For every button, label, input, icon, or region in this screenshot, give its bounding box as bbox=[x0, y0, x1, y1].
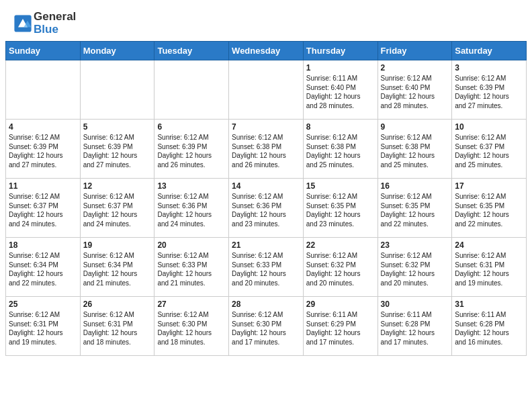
day-info: Sunrise: 6:12 AMSunset: 6:34 PMDaylight:… bbox=[9, 251, 77, 287]
day-number: 5 bbox=[83, 122, 152, 132]
day-number: 8 bbox=[306, 122, 375, 132]
day-info: Sunrise: 6:12 AMSunset: 6:37 PMDaylight:… bbox=[455, 133, 523, 169]
day-number: 30 bbox=[381, 300, 449, 309]
day-cell-15: 15Sunrise: 6:12 AMSunset: 6:35 PMDayligh… bbox=[303, 179, 378, 238]
calendar-week-2: 4Sunrise: 6:12 AMSunset: 6:39 PMDaylight… bbox=[6, 120, 527, 179]
day-number: 27 bbox=[157, 300, 226, 309]
day-cell-13: 13Sunrise: 6:12 AMSunset: 6:36 PMDayligh… bbox=[154, 179, 229, 238]
day-number: 26 bbox=[83, 300, 152, 309]
day-number: 17 bbox=[455, 181, 523, 191]
day-info: Sunrise: 6:12 AMSunset: 6:38 PMDaylight:… bbox=[306, 133, 375, 169]
empty-cell bbox=[154, 60, 229, 120]
day-cell-11: 11Sunrise: 6:12 AMSunset: 6:37 PMDayligh… bbox=[6, 179, 81, 238]
day-info: Sunrise: 6:12 AMSunset: 6:38 PMDaylight:… bbox=[381, 133, 449, 169]
day-cell-25: 25Sunrise: 6:12 AMSunset: 6:31 PMDayligh… bbox=[6, 297, 81, 356]
day-info: Sunrise: 6:12 AMSunset: 6:38 PMDaylight:… bbox=[232, 133, 300, 169]
day-info: Sunrise: 6:12 AMSunset: 6:31 PMDaylight:… bbox=[455, 251, 523, 287]
day-cell-27: 27Sunrise: 6:12 AMSunset: 6:30 PMDayligh… bbox=[154, 297, 229, 356]
day-number: 25 bbox=[9, 300, 77, 309]
day-info: Sunrise: 6:12 AMSunset: 6:35 PMDaylight:… bbox=[455, 192, 523, 228]
day-cell-10: 10Sunrise: 6:12 AMSunset: 6:37 PMDayligh… bbox=[452, 120, 527, 179]
day-info: Sunrise: 6:12 AMSunset: 6:40 PMDaylight:… bbox=[381, 74, 449, 110]
day-number: 21 bbox=[232, 240, 300, 250]
calendar-table: SundayMondayTuesdayWednesdayThursdayFrid… bbox=[5, 41, 527, 356]
logo-icon bbox=[13, 14, 32, 33]
day-cell-7: 7Sunrise: 6:12 AMSunset: 6:38 PMDaylight… bbox=[229, 120, 304, 179]
day-cell-19: 19Sunrise: 6:12 AMSunset: 6:34 PMDayligh… bbox=[80, 238, 154, 297]
day-cell-16: 16Sunrise: 6:12 AMSunset: 6:35 PMDayligh… bbox=[378, 179, 452, 238]
day-cell-30: 30Sunrise: 6:11 AMSunset: 6:28 PMDayligh… bbox=[378, 297, 452, 356]
day-number: 2 bbox=[381, 63, 449, 73]
day-cell-2: 2Sunrise: 6:12 AMSunset: 6:40 PMDaylight… bbox=[378, 60, 452, 120]
calendar-week-3: 11Sunrise: 6:12 AMSunset: 6:37 PMDayligh… bbox=[6, 179, 527, 238]
empty-cell bbox=[229, 60, 304, 120]
day-cell-21: 21Sunrise: 6:12 AMSunset: 6:33 PMDayligh… bbox=[229, 238, 304, 297]
day-info: Sunrise: 6:12 AMSunset: 6:39 PMDaylight:… bbox=[9, 133, 77, 169]
empty-cell bbox=[80, 60, 154, 120]
day-cell-28: 28Sunrise: 6:12 AMSunset: 6:30 PMDayligh… bbox=[229, 297, 304, 356]
day-info: Sunrise: 6:12 AMSunset: 6:30 PMDaylight:… bbox=[232, 310, 300, 347]
day-info: Sunrise: 6:12 AMSunset: 6:35 PMDaylight:… bbox=[306, 192, 375, 228]
day-number: 20 bbox=[157, 240, 226, 250]
calendar-week-1: 1Sunrise: 6:11 AMSunset: 6:40 PMDaylight… bbox=[6, 60, 527, 120]
day-number: 19 bbox=[83, 240, 152, 250]
day-info: Sunrise: 6:12 AMSunset: 6:36 PMDaylight:… bbox=[232, 192, 300, 228]
day-cell-3: 3Sunrise: 6:12 AMSunset: 6:39 PMDaylight… bbox=[452, 60, 527, 120]
day-cell-1: 1Sunrise: 6:11 AMSunset: 6:40 PMDaylight… bbox=[303, 60, 378, 120]
day-info: Sunrise: 6:12 AMSunset: 6:33 PMDaylight:… bbox=[232, 251, 300, 287]
day-info: Sunrise: 6:11 AMSunset: 6:28 PMDaylight:… bbox=[381, 310, 449, 347]
day-cell-12: 12Sunrise: 6:12 AMSunset: 6:37 PMDayligh… bbox=[80, 179, 154, 238]
day-number: 23 bbox=[381, 240, 449, 250]
weekday-header-monday: Monday bbox=[80, 42, 154, 60]
day-number: 9 bbox=[381, 122, 449, 132]
day-cell-22: 22Sunrise: 6:12 AMSunset: 6:32 PMDayligh… bbox=[303, 238, 378, 297]
page-header: General Blue bbox=[0, 0, 532, 41]
day-info: Sunrise: 6:12 AMSunset: 6:32 PMDaylight:… bbox=[306, 251, 375, 287]
day-cell-6: 6Sunrise: 6:12 AMSunset: 6:39 PMDaylight… bbox=[154, 120, 229, 179]
day-number: 24 bbox=[455, 240, 523, 250]
day-number: 29 bbox=[306, 300, 375, 309]
day-info: Sunrise: 6:12 AMSunset: 6:36 PMDaylight:… bbox=[157, 192, 226, 228]
weekday-header-thursday: Thursday bbox=[303, 42, 378, 60]
weekday-header-tuesday: Tuesday bbox=[154, 42, 229, 60]
day-number: 6 bbox=[157, 122, 226, 132]
day-number: 14 bbox=[232, 181, 300, 191]
weekday-header-row: SundayMondayTuesdayWednesdayThursdayFrid… bbox=[6, 42, 527, 60]
day-cell-8: 8Sunrise: 6:12 AMSunset: 6:38 PMDaylight… bbox=[303, 120, 378, 179]
day-info: Sunrise: 6:11 AMSunset: 6:28 PMDaylight:… bbox=[455, 310, 523, 347]
day-info: Sunrise: 6:12 AMSunset: 6:37 PMDaylight:… bbox=[9, 192, 77, 228]
logo-text: General Blue bbox=[34, 11, 76, 36]
weekday-header-wednesday: Wednesday bbox=[229, 42, 304, 60]
empty-cell bbox=[6, 60, 81, 120]
day-info: Sunrise: 6:11 AMSunset: 6:40 PMDaylight:… bbox=[306, 74, 375, 110]
day-cell-26: 26Sunrise: 6:12 AMSunset: 6:31 PMDayligh… bbox=[80, 297, 154, 356]
day-info: Sunrise: 6:11 AMSunset: 6:29 PMDaylight:… bbox=[306, 310, 375, 347]
day-cell-18: 18Sunrise: 6:12 AMSunset: 6:34 PMDayligh… bbox=[6, 238, 81, 297]
calendar-body: 1Sunrise: 6:11 AMSunset: 6:40 PMDaylight… bbox=[6, 60, 527, 356]
day-cell-23: 23Sunrise: 6:12 AMSunset: 6:32 PMDayligh… bbox=[378, 238, 452, 297]
day-info: Sunrise: 6:12 AMSunset: 6:39 PMDaylight:… bbox=[157, 133, 226, 169]
logo: General Blue bbox=[13, 11, 76, 36]
day-cell-20: 20Sunrise: 6:12 AMSunset: 6:33 PMDayligh… bbox=[154, 238, 229, 297]
weekday-header-saturday: Saturday bbox=[452, 42, 527, 60]
day-info: Sunrise: 6:12 AMSunset: 6:33 PMDaylight:… bbox=[157, 251, 226, 287]
day-number: 13 bbox=[157, 181, 226, 191]
day-number: 31 bbox=[455, 300, 523, 309]
day-number: 7 bbox=[232, 122, 300, 132]
day-number: 16 bbox=[381, 181, 449, 191]
day-cell-9: 9Sunrise: 6:12 AMSunset: 6:38 PMDaylight… bbox=[378, 120, 452, 179]
day-info: Sunrise: 6:12 AMSunset: 6:31 PMDaylight:… bbox=[83, 310, 152, 347]
weekday-header-sunday: Sunday bbox=[6, 42, 81, 60]
day-number: 18 bbox=[9, 240, 77, 250]
day-number: 12 bbox=[83, 181, 152, 191]
day-info: Sunrise: 6:12 AMSunset: 6:39 PMDaylight:… bbox=[455, 74, 523, 110]
day-cell-29: 29Sunrise: 6:11 AMSunset: 6:29 PMDayligh… bbox=[303, 297, 378, 356]
day-number: 15 bbox=[306, 181, 375, 191]
day-info: Sunrise: 6:12 AMSunset: 6:37 PMDaylight:… bbox=[83, 192, 152, 228]
day-cell-14: 14Sunrise: 6:12 AMSunset: 6:36 PMDayligh… bbox=[229, 179, 304, 238]
calendar-week-4: 18Sunrise: 6:12 AMSunset: 6:34 PMDayligh… bbox=[6, 238, 527, 297]
day-number: 22 bbox=[306, 240, 375, 250]
day-info: Sunrise: 6:12 AMSunset: 6:32 PMDaylight:… bbox=[381, 251, 449, 287]
day-number: 11 bbox=[9, 181, 77, 191]
day-cell-31: 31Sunrise: 6:11 AMSunset: 6:28 PMDayligh… bbox=[452, 297, 527, 356]
